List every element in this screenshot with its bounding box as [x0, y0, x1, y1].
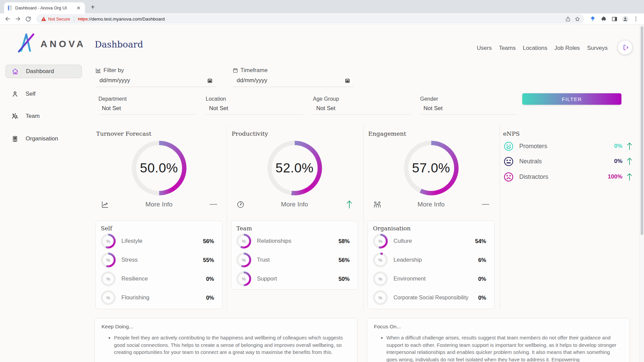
insight-bullet: People feel they are actively contributi…	[114, 334, 350, 356]
more-info-link[interactable]: More Info	[248, 201, 341, 208]
gender-select[interactable]: Gender Not Set	[420, 96, 518, 115]
breakdown-row: % Flourishing 0%	[101, 288, 215, 307]
favicon-icon	[7, 5, 12, 10]
card-title: Self	[101, 225, 215, 232]
nav-job-roles[interactable]: Job Roles	[554, 45, 580, 52]
nav-locations[interactable]: Locations	[523, 45, 547, 52]
home-icon	[11, 68, 19, 75]
breakdown-row: % Support 50%	[236, 269, 351, 288]
sidebar-item-self[interactable]: Self	[5, 87, 82, 101]
more-info-link[interactable]: More Info	[112, 201, 206, 208]
not-secure-label: Not Secure	[48, 17, 70, 22]
up-arrow-icon	[626, 157, 634, 165]
sidebar-item-label: Team	[26, 113, 40, 120]
browser-tabstrip: Dashboard - Anova Org UI ✕ +	[0, 0, 644, 13]
nav-teams[interactable]: Teams	[499, 45, 516, 52]
trend-flat-icon	[478, 204, 489, 205]
breakdown-row: % Stress 55%	[101, 251, 215, 269]
url-scheme: https	[78, 17, 88, 22]
anova-logo-mark	[16, 31, 38, 53]
filter-by-label: Filter by	[95, 67, 124, 74]
mini-donut: %	[101, 234, 116, 249]
breakdown-row: % Environment 0%	[373, 269, 488, 288]
scrollbar-thumb[interactable]	[641, 26, 643, 235]
engagement-section: Engagement 57.0% More Info Organisation …	[368, 127, 495, 343]
bookmark-star-icon[interactable]	[573, 15, 582, 23]
happy-face-icon	[503, 141, 514, 152]
browser-menu-icon[interactable]	[631, 14, 641, 24]
sidebar-item-team[interactable]: Team	[5, 109, 82, 123]
page-scrollbar[interactable]	[639, 25, 644, 362]
organisation-breakdown-card: Organisation % Culture 54% % Leadership …	[368, 221, 495, 309]
section-title: Productivity	[232, 130, 268, 137]
top-navigation: Users Teams Locations Job Roles Surveys	[477, 45, 608, 52]
engagement-gauge: 57.0%	[404, 141, 459, 195]
nav-users[interactable]: Users	[477, 45, 492, 52]
url-bar[interactable]: Not Secure https://demo.test.myanova.com…	[36, 14, 584, 24]
people-exchange-icon	[373, 200, 384, 209]
mini-donut: %	[236, 271, 251, 286]
card-title: Organisation	[373, 225, 488, 232]
breakdown-row: % Leadership 6%	[373, 251, 488, 269]
age-group-select[interactable]: Age Group Not Set	[313, 96, 411, 115]
breakdown-row: % Lifestyle 56%	[101, 232, 215, 251]
mini-donut: %	[101, 253, 116, 267]
side-panel-icon[interactable]	[609, 14, 620, 24]
sidebar-item-label: Dashboard	[26, 68, 54, 75]
reload-button[interactable]	[23, 14, 33, 24]
anova-wordmark: ANOVA	[40, 39, 86, 50]
section-divider	[227, 126, 227, 310]
breakdown-row: % Resilience 0%	[101, 269, 215, 288]
sidebar-item-label: Self	[26, 91, 35, 97]
up-arrow-icon	[626, 142, 634, 150]
self-breakdown-card: Self % Lifestyle 56% % Stress 55% % Resi…	[95, 221, 223, 309]
browser-tab[interactable]: Dashboard - Anova Org UI ✕	[4, 2, 85, 13]
department-select[interactable]: Department Not Set	[98, 96, 196, 115]
share-icon[interactable]	[563, 15, 573, 23]
enps-row-distractors: Distractors 100%	[503, 170, 634, 184]
warning-triangle-icon	[41, 17, 46, 21]
section-title: Turnover Forecast	[96, 130, 151, 137]
breakdown-row: % Trust 56%	[236, 251, 351, 269]
timeframe-label: Timeframe	[233, 67, 268, 74]
card-title: Keep Doing...	[101, 324, 350, 330]
back-button[interactable]	[3, 14, 13, 24]
extensions-puzzle-icon[interactable]	[598, 14, 609, 24]
focus-on-card: Focus On... When a difficult challenge a…	[367, 318, 630, 362]
filter-by-date-input[interactable]: dd/mm/yyyy	[95, 74, 216, 87]
section-title: Engagement	[368, 130, 406, 137]
enps-row-promoters: Promoters 0%	[503, 139, 634, 153]
sidebar-item-dashboard[interactable]: Dashboard	[5, 65, 82, 78]
logout-button[interactable]	[618, 40, 632, 55]
tab-title: Dashboard - Anova Org UI	[15, 5, 76, 10]
url-text: https://demo.test.myanova.com/Dashboard	[78, 17, 563, 22]
sad-face-icon	[503, 171, 514, 183]
anova-logo[interactable]: ANOVA	[16, 31, 86, 53]
timeframe-date-input[interactable]: dd/mm/yyyy	[233, 74, 353, 87]
trend-chart-icon	[101, 200, 112, 209]
new-tab-button[interactable]: +	[89, 3, 97, 11]
location-select[interactable]: Location Not Set	[206, 96, 303, 115]
people-icon	[11, 112, 19, 120]
calendar-picker-icon[interactable]	[345, 78, 350, 83]
turnover-gauge: 50.0%	[132, 141, 186, 195]
extension-anova-icon[interactable]	[587, 14, 598, 24]
nav-surveys[interactable]: Surveys	[587, 45, 608, 52]
sidebar-item-organisation[interactable]: Organisation	[5, 132, 82, 145]
browser-toolbar: Not Secure https://demo.test.myanova.com…	[0, 13, 644, 25]
calendar-picker-icon[interactable]	[207, 78, 212, 83]
mini-donut: %	[101, 271, 116, 286]
productivity-gauge: 52.0%	[267, 141, 322, 195]
filter-button[interactable]: FILTER	[522, 93, 621, 105]
more-info-link[interactable]: More Info	[384, 201, 478, 208]
person-icon	[11, 91, 19, 98]
gauge-value: 57.0%	[404, 141, 459, 195]
profile-avatar[interactable]	[620, 14, 631, 24]
tab-close-icon[interactable]: ✕	[76, 5, 82, 11]
forward-button[interactable]	[13, 14, 23, 24]
enps-row-neutrals: Neutrals 0%	[503, 155, 634, 168]
section-divider	[363, 126, 363, 310]
breakdown-row: % Corporate Social Responsibility 0%	[373, 288, 488, 307]
mini-donut: %	[373, 253, 388, 267]
section-divider	[500, 126, 500, 310]
